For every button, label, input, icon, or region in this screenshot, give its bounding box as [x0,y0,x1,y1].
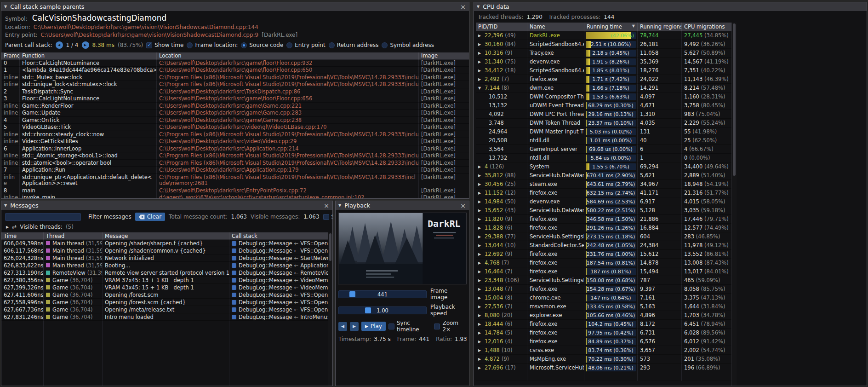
collapse-row-icon[interactable]: ▼ [478,84,483,92]
expand-row-icon[interactable]: ▶ [478,197,483,206]
expand-row-icon[interactable]: ▶ [478,329,483,337]
callstack-frame-row[interactable]: inlinestd::_Mutex_base::lockC:\Program F… [1,74,469,81]
cpu-process-row[interactable]: ▶15,652(43)ServiceHub.DataWarehou580.22 … [476,206,731,215]
cpu-process-row[interactable]: ▶11,820(9)firefox.exe346.58 ms (1.50%)21… [476,215,731,224]
cpu-process-row[interactable]: ▶22,396(49)DarkRL.exe(42.06%)78,74427,44… [476,31,731,40]
expand-row-icon[interactable]: ▶ [478,294,483,302]
expand-row-icon[interactable]: ▶ [478,337,483,346]
column-header-time[interactable]: Time [1,232,44,240]
callstack-titlebar[interactable]: ▼ Call stack sample parents × [1,2,469,11]
cpu-process-row[interactable]: ▶14,784(5)firefox.exe97.95 ms (0.42%)6,7… [476,329,731,337]
column-header-cpu-migrations[interactable]: CPU migrations [682,23,731,31]
expand-row-icon[interactable]: ▶ [478,302,483,311]
cpu-process-row[interactable]: 3,748DWM Token Thread23.37 ms (0.10%)4,0… [476,119,731,127]
cpu-process-row[interactable]: ▶11,828(6)firefox.exe291.26 ms (1.26%)16… [476,224,731,232]
next-parent-button[interactable]: ▶ [82,41,89,49]
cpu-process-row[interactable]: 20,508ntdll.dll1.01 ms (0.00%)4025 (62.5… [476,136,731,145]
expand-row-icon[interactable]: ▶ [478,49,483,58]
expand-row-icon[interactable]: ▶ [478,58,483,66]
callstack-frame-row[interactable]: 0Floor::CalcLightNoLuminanceC:\Users\wol… [1,60,469,67]
expand-row-icon[interactable]: ▶ [478,259,483,267]
callstack-frame-icon[interactable] [232,293,236,297]
callstack-frame-icon[interactable] [232,278,236,283]
messages-titlebar[interactable]: ▼ Messages × [1,201,332,210]
expand-row-icon[interactable]: ▶ [478,215,483,224]
message-row[interactable]: 606,117,568nsMain thread(31,596)Opening … [1,247,332,254]
message-row[interactable]: 627,558,996nsGame(36,704)Opening /forest… [1,299,332,306]
message-row[interactable]: 627,411,606nsGame(36,704)Opening /forest… [1,291,332,299]
expand-row-icon[interactable]: ▶ [478,232,483,241]
expand-row-icon[interactable]: ▶ [478,364,483,372]
callstack-frame-icon[interactable] [232,248,236,253]
callstack-frame-row[interactable]: 6Application::InnerLoopC:\Users\wolf\Des… [1,145,469,153]
cpu-process-row[interactable]: ▶14,984(50)devenv.exe584.69 ms (2.53%)6,… [476,197,731,206]
expand-row-icon[interactable]: ▶ [478,66,483,75]
cpu-process-row[interactable]: ▶11,152(12)firefox.exe632.15 ms (2.74%)4… [476,189,731,197]
cpu-process-row[interactable]: 3,564GameInput server69.68 us (0.00%)64 … [476,145,731,154]
callstack-frame-icon[interactable] [232,263,236,268]
column-header-function[interactable]: Function [20,52,157,60]
playback-titlebar[interactable]: ▼ Playback × [336,201,469,210]
cpu-process-row[interactable]: ▶4,872(9)MsMpEng.exe70.22 ms (0.30%)5732… [476,355,731,364]
expand-row-icon[interactable]: ▶ [478,171,483,180]
playback-frame-image[interactable]: DarkRL [338,213,467,284]
frame-image-slider[interactable]: 441 [338,290,427,298]
callstack-frame-row[interactable]: inlinestd::_Atomic_storage<bool,1>::load… [1,152,469,160]
radio-symbol-address[interactable]: Symbol address [382,42,434,48]
expand-row-icon[interactable]: ▶ [478,40,483,49]
callstack-frame-row[interactable]: inlineinvoke_maind:\agent\_work\63\s\src… [1,194,469,198]
collapse-arrow-icon[interactable]: ▼ [4,5,7,9]
message-row[interactable]: 627,667,736nsGame(36,704)Opening /meta/r… [1,306,332,313]
step-forward-button[interactable]: ▶ [350,322,359,331]
cpu-process-row[interactable]: ▶23,348(106)ServiceHub.SettingsHost158.0… [476,276,731,285]
show-time-checkbox[interactable]: Show time [146,42,183,48]
message-row[interactable]: 627,380,356nsGame(36,704)VRAM 37x45: 13 … [1,277,332,284]
cpu-process-row[interactable]: 10,512DWM Compositor Thread1.53 s (6.63%… [476,92,731,101]
expand-row-icon[interactable]: ▶ [478,162,483,171]
messages-scrollbar[interactable] [328,232,332,386]
callstack-frame-row[interactable]: inlinestd::unique_lock<std::mutex>::lock… [1,81,469,88]
sync-timeline-checkbox[interactable]: Sync timeline [388,320,431,333]
callstack-frame-row[interactable]: 5VideoGLBase::TickC:\Users\wolf\Desktop\… [1,124,469,131]
callstack-frame-icon[interactable] [232,241,236,246]
cpu-process-row[interactable]: 4,092DWM LPC Port Thread29.16 ms (0.13%)… [476,110,731,119]
column-header-callstack[interactable]: Call stack [229,232,332,240]
callstack-frame-row[interactable]: 7Application::RunC:\Users\wolf\Desktop\d… [1,167,469,174]
callstack-frame-icon[interactable] [232,300,236,305]
cpu-process-row[interactable]: ▶2,492(7)firefox.exe1.71 s (7.42%)24,022… [476,75,731,84]
column-header-image[interactable]: Image [419,52,469,60]
callstack-frame-icon[interactable] [232,285,236,290]
expand-row-icon[interactable]: ▶ [478,285,483,294]
cpu-process-row[interactable]: ▶35,812(88)ServiceHub.DataWarehou670.41 … [476,171,731,180]
column-header-pid-tid[interactable]: PID/TID [476,23,527,31]
expand-row-icon[interactable]: ▶ [478,75,483,84]
cpu-process-row[interactable]: ▶13,048(7)firefox.exe154.28 ms (0.67%)9,… [476,285,731,294]
cpu-process-row[interactable]: ▶4(126)System1.55 s (6.70%)69,29434,400 … [476,162,731,171]
cpu-process-row[interactable]: ▶34,412(18)ScriptedSandbox64.exe1.85 s (… [476,66,731,75]
prev-parent-button[interactable]: ◀ [56,41,63,49]
step-back-button[interactable]: ◀ [338,322,347,331]
cpu-process-row[interactable]: 13,732ntdll.dll5.84 us (0.00%)10 (0.00%) [476,154,731,162]
expand-row-icon[interactable]: ▶ [478,355,483,364]
column-header-location[interactable]: Location [157,52,419,60]
expand-row-icon[interactable]: ▶ [478,250,483,259]
collapse-arrow-icon[interactable]: ▼ [338,204,341,208]
column-header-message[interactable]: Message [103,232,229,240]
column-header-frame[interactable]: Frame [1,52,20,60]
cpu-process-row[interactable]: ▶29,388(77)ServiceHub.SettingsHost273.15… [476,232,731,241]
expand-row-icon[interactable]: ▶ [478,206,483,215]
cpu-process-row[interactable]: ▶4,768(7)firefox.exe187.54 ms (0.81%)14,… [476,259,731,267]
callstack-frame-row[interactable]: 8mainC:\Users\wolf\Desktop\darkrl\src\En… [1,187,469,195]
callstack-frame-row[interactable]: 3Floor::CalcLightNoLuminanceC:\Users\wol… [1,95,469,103]
cpu-process-row[interactable]: ▶18,444(6)firefox.exe104.2 ms (0.45%)8,1… [476,320,731,329]
expand-row-icon[interactable]: ▶ [478,346,483,355]
message-row[interactable]: 626,024,328nsMain thread(31,596)Network … [1,254,332,262]
expand-row-icon[interactable]: ▶ [478,276,483,285]
expand-row-icon[interactable]: ▶ [478,320,483,329]
message-row[interactable]: 627,313,190nsRemoteView(31,392)Remote vi… [1,269,332,277]
radio-return-address[interactable]: Return address [329,42,379,48]
cpu-process-row[interactable]: ▶30,456(25)steam.exe643.61 ms (2.79%)34,… [476,180,731,189]
cpu-titlebar[interactable]: ▼ CPU data [474,2,867,11]
callstack-frame-icon[interactable] [232,315,236,319]
column-header-running-regions[interactable]: Running regions [638,23,682,31]
